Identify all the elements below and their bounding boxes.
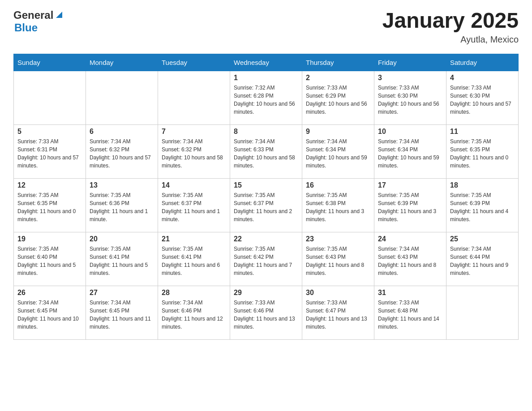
table-row: 4Sunrise: 7:33 AM Sunset: 6:30 PM Daylig… [446,71,519,124]
day-info: Sunrise: 7:33 AM Sunset: 6:48 PM Dayligh… [378,299,442,331]
day-info: Sunrise: 7:35 AM Sunset: 6:37 PM Dayligh… [234,191,298,223]
day-number: 5 [17,128,82,136]
calendar-week-row: 26Sunrise: 7:34 AM Sunset: 6:45 PM Dayli… [14,286,519,339]
day-info: Sunrise: 7:32 AM Sunset: 6:28 PM Dayligh… [234,84,298,116]
table-row: 5Sunrise: 7:33 AM Sunset: 6:31 PM Daylig… [14,124,86,178]
day-info: Sunrise: 7:34 AM Sunset: 6:33 PM Dayligh… [234,137,298,170]
table-row: 17Sunrise: 7:35 AM Sunset: 6:39 PM Dayli… [374,178,446,232]
day-number: 3 [378,74,442,82]
calendar-week-row: 1Sunrise: 7:32 AM Sunset: 6:28 PM Daylig… [14,71,519,124]
logo-general-text: General [13,9,53,21]
table-row: 30Sunrise: 7:33 AM Sunset: 6:47 PM Dayli… [302,286,374,339]
day-number: 14 [162,181,226,189]
day-info: Sunrise: 7:34 AM Sunset: 6:32 PM Dayligh… [162,137,226,170]
day-number: 13 [90,181,154,189]
day-number: 12 [17,181,82,189]
logo-blue-text: Blue [14,21,38,34]
header-sunday: Sunday [14,54,86,71]
day-info: Sunrise: 7:34 AM Sunset: 6:46 PM Dayligh… [162,299,226,331]
day-info: Sunrise: 7:35 AM Sunset: 6:36 PM Dayligh… [90,191,154,223]
header-friday: Friday [374,54,446,71]
table-row: 1Sunrise: 7:32 AM Sunset: 6:28 PM Daylig… [230,71,302,124]
calendar-week-row: 19Sunrise: 7:35 AM Sunset: 6:40 PM Dayli… [14,232,519,286]
day-number: 1 [234,74,298,82]
day-info: Sunrise: 7:34 AM Sunset: 6:44 PM Dayligh… [450,245,515,277]
header-monday: Monday [86,54,158,71]
day-info: Sunrise: 7:33 AM Sunset: 6:30 PM Dayligh… [378,84,442,116]
table-row [158,71,230,124]
day-number: 28 [162,289,226,297]
table-row: 9Sunrise: 7:34 AM Sunset: 6:34 PM Daylig… [302,124,374,178]
day-number: 21 [162,235,226,243]
table-row: 22Sunrise: 7:35 AM Sunset: 6:42 PM Dayli… [230,232,302,286]
header-wednesday: Wednesday [230,54,302,71]
table-row: 12Sunrise: 7:35 AM Sunset: 6:35 PM Dayli… [14,178,86,232]
calendar-header-row: Sunday Monday Tuesday Wednesday Thursday… [14,54,519,71]
table-row: 14Sunrise: 7:35 AM Sunset: 6:37 PM Dayli… [158,178,230,232]
day-number: 18 [450,181,515,189]
table-row: 3Sunrise: 7:33 AM Sunset: 6:30 PM Daylig… [374,71,446,124]
table-row: 11Sunrise: 7:35 AM Sunset: 6:35 PM Dayli… [446,124,519,178]
table-row [14,71,86,124]
day-info: Sunrise: 7:34 AM Sunset: 6:34 PM Dayligh… [378,137,442,170]
header-thursday: Thursday [302,54,374,71]
day-number: 30 [306,289,370,297]
table-row: 13Sunrise: 7:35 AM Sunset: 6:36 PM Dayli… [86,178,158,232]
logo: General Blue [13,9,64,34]
table-row: 31Sunrise: 7:33 AM Sunset: 6:48 PM Dayli… [374,286,446,339]
table-row: 10Sunrise: 7:34 AM Sunset: 6:34 PM Dayli… [374,124,446,178]
day-number: 29 [234,289,298,297]
day-info: Sunrise: 7:33 AM Sunset: 6:47 PM Dayligh… [306,299,370,331]
table-row: 19Sunrise: 7:35 AM Sunset: 6:40 PM Dayli… [14,232,86,286]
day-info: Sunrise: 7:35 AM Sunset: 6:37 PM Dayligh… [162,191,226,223]
table-row [86,71,158,124]
day-number: 15 [234,181,298,189]
table-row: 18Sunrise: 7:35 AM Sunset: 6:39 PM Dayli… [446,178,519,232]
day-info: Sunrise: 7:35 AM Sunset: 6:35 PM Dayligh… [450,137,515,170]
day-number: 27 [90,289,154,297]
table-row: 23Sunrise: 7:35 AM Sunset: 6:43 PM Dayli… [302,232,374,286]
day-number: 4 [450,74,515,82]
table-row [446,286,519,339]
day-info: Sunrise: 7:34 AM Sunset: 6:43 PM Dayligh… [378,245,442,277]
calendar-subtitle: Ayutla, Mexico [382,34,519,45]
header-saturday: Saturday [446,54,519,71]
day-info: Sunrise: 7:35 AM Sunset: 6:38 PM Dayligh… [306,191,370,223]
day-info: Sunrise: 7:34 AM Sunset: 6:45 PM Dayligh… [17,299,82,331]
day-info: Sunrise: 7:34 AM Sunset: 6:45 PM Dayligh… [90,299,154,331]
day-number: 22 [234,235,298,243]
table-row: 27Sunrise: 7:34 AM Sunset: 6:45 PM Dayli… [86,286,158,339]
day-info: Sunrise: 7:35 AM Sunset: 6:40 PM Dayligh… [17,245,82,277]
day-number: 7 [162,128,226,136]
day-number: 19 [17,235,82,243]
day-info: Sunrise: 7:34 AM Sunset: 6:32 PM Dayligh… [90,137,154,170]
day-number: 17 [378,181,442,189]
day-info: Sunrise: 7:33 AM Sunset: 6:30 PM Dayligh… [450,84,515,116]
title-section: January 2025 Ayutla, Mexico [382,9,519,45]
table-row: 20Sunrise: 7:35 AM Sunset: 6:41 PM Dayli… [86,232,158,286]
table-row: 25Sunrise: 7:34 AM Sunset: 6:44 PM Dayli… [446,232,519,286]
day-number: 6 [90,128,154,136]
table-row: 8Sunrise: 7:34 AM Sunset: 6:33 PM Daylig… [230,124,302,178]
day-info: Sunrise: 7:35 AM Sunset: 6:39 PM Dayligh… [450,191,515,223]
calendar-title: January 2025 [382,9,519,33]
day-number: 26 [17,289,82,297]
day-number: 10 [378,128,442,136]
day-number: 11 [450,128,515,136]
day-info: Sunrise: 7:33 AM Sunset: 6:31 PM Dayligh… [17,137,82,170]
day-info: Sunrise: 7:33 AM Sunset: 6:29 PM Dayligh… [306,84,370,116]
day-info: Sunrise: 7:35 AM Sunset: 6:41 PM Dayligh… [90,245,154,277]
day-number: 31 [378,289,442,297]
calendar-table: Sunday Monday Tuesday Wednesday Thursday… [13,54,519,340]
day-info: Sunrise: 7:35 AM Sunset: 6:39 PM Dayligh… [378,191,442,223]
day-info: Sunrise: 7:35 AM Sunset: 6:42 PM Dayligh… [234,245,298,277]
table-row: 24Sunrise: 7:34 AM Sunset: 6:43 PM Dayli… [374,232,446,286]
calendar-week-row: 12Sunrise: 7:35 AM Sunset: 6:35 PM Dayli… [14,178,519,232]
table-row: 29Sunrise: 7:33 AM Sunset: 6:46 PM Dayli… [230,286,302,339]
day-number: 23 [306,235,370,243]
day-info: Sunrise: 7:35 AM Sunset: 6:35 PM Dayligh… [17,191,82,223]
table-row: 16Sunrise: 7:35 AM Sunset: 6:38 PM Dayli… [302,178,374,232]
header-tuesday: Tuesday [158,54,230,71]
logo-triangle-icon [54,10,64,20]
table-row: 15Sunrise: 7:35 AM Sunset: 6:37 PM Dayli… [230,178,302,232]
